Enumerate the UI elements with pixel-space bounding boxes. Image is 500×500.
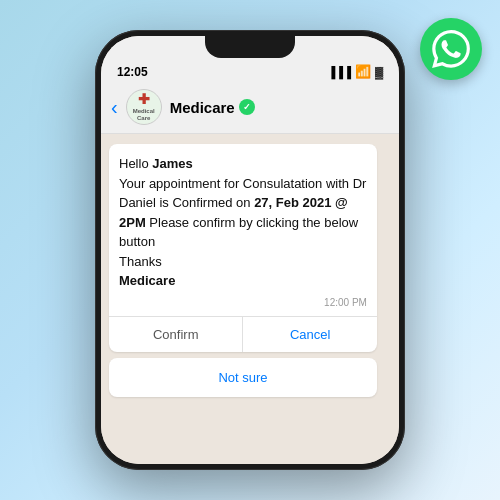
- confirm-button[interactable]: Confirm: [109, 317, 243, 352]
- sender-name: Medicare: [119, 273, 175, 288]
- message-bubble: Hello James Your appointment for Consula…: [109, 144, 377, 352]
- not-sure-button[interactable]: Not sure: [119, 368, 367, 387]
- battery-icon: ▓: [375, 66, 383, 78]
- avatar-label: Medical Care: [127, 108, 161, 122]
- chat-body: Hello James Your appointment for Consula…: [101, 134, 399, 464]
- status-time: 12:05: [117, 65, 148, 79]
- phone-screen: 12:05 ▐▐▐ 📶 ▓ ‹ ✚ Medical Care Medicare: [101, 36, 399, 464]
- wifi-icon: 📶: [355, 64, 371, 79]
- avatar-cross-icon: ✚: [138, 91, 150, 108]
- action-buttons-row: Confirm Cancel: [109, 316, 377, 352]
- signal-icon: ▐▐▐: [328, 66, 351, 78]
- phone-frame: 12:05 ▐▐▐ 📶 ▓ ‹ ✚ Medical Care Medicare: [95, 30, 405, 470]
- message-timestamp: 12:00 PM: [119, 295, 367, 310]
- contact-name-text: Medicare: [170, 99, 235, 116]
- body-rest: Please confirm by clicking the below but…: [119, 215, 358, 250]
- chat-header: ‹ ✚ Medical Care Medicare: [101, 83, 399, 134]
- greeting-text: Hello: [119, 156, 152, 171]
- phone-notch: [205, 36, 295, 58]
- thanks-text: Thanks: [119, 254, 162, 269]
- name-bold: James: [152, 156, 192, 171]
- back-button[interactable]: ‹: [111, 97, 118, 117]
- whatsapp-icon[interactable]: [420, 18, 482, 80]
- not-sure-bubble: Not sure: [109, 358, 377, 397]
- cancel-button[interactable]: Cancel: [243, 317, 376, 352]
- avatar: ✚ Medical Care: [126, 89, 162, 125]
- contact-name-header: Medicare: [170, 99, 255, 116]
- verified-badge-icon: [239, 99, 255, 115]
- status-icons: ▐▐▐ 📶 ▓: [328, 64, 383, 79]
- message-text: Hello James Your appointment for Consula…: [119, 154, 367, 291]
